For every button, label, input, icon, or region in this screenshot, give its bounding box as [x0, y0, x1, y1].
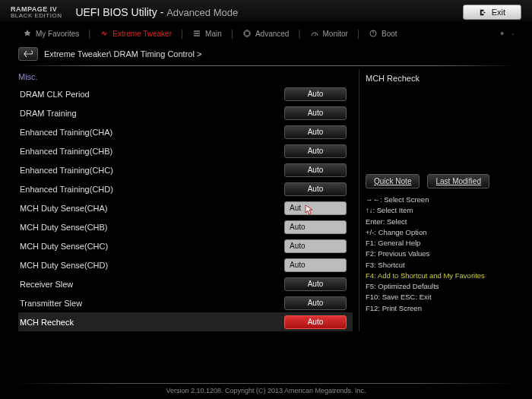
info-title: MCH Recheck — [366, 69, 520, 174]
settings-panel: Misc. DRAM CLK PeriodAutoDRAM TrainingAu… — [18, 69, 353, 331]
tweaker-icon — [100, 29, 109, 38]
setting-value[interactable]: Auto — [284, 182, 347, 196]
setting-value[interactable]: Auto — [284, 277, 347, 291]
setting-value[interactable]: Auto — [284, 239, 347, 253]
exit-icon — [479, 8, 487, 17]
app-title: UEFI BIOS Utility - Advanced Mode — [75, 6, 462, 18]
setting-value[interactable]: Auto — [284, 106, 347, 120]
svg-rect-0 — [245, 31, 249, 36]
setting-label: Receiver Slew — [18, 280, 284, 289]
setting-row[interactable]: Enhanced Training(CHB)Auto — [18, 141, 353, 160]
setting-row[interactable]: MCH Duty Sense(CHA)Aut — [18, 198, 353, 217]
setting-row[interactable]: Transmitter SlewAuto — [18, 293, 353, 312]
last-modified-button[interactable]: Last Modified — [427, 174, 489, 188]
setting-value[interactable]: Auto — [284, 87, 347, 101]
setting-row[interactable]: MCH Duty Sense(CHB)Auto — [18, 217, 353, 236]
setting-label: Enhanced Training(CHC) — [18, 166, 284, 175]
setting-row[interactable]: Enhanced Training(CHC)Auto — [18, 160, 353, 179]
setting-label: Transmitter Slew — [18, 299, 284, 308]
breadcrumb: Extreme Tweaker\ DRAM Timing Control > — [44, 49, 201, 59]
tab-extreme-tweaker[interactable]: Extreme Tweaker — [92, 26, 179, 41]
setting-label: DRAM Training — [18, 109, 284, 118]
setting-label: Enhanced Training(CHB) — [18, 147, 284, 156]
list-icon — [192, 29, 201, 38]
setting-label: MCH Duty Sense(CHB) — [18, 223, 284, 232]
tab-advanced[interactable]: Advanced — [235, 26, 296, 41]
setting-row[interactable]: MCH Duty Sense(CHD)Auto — [18, 255, 353, 274]
footer-text: Version 2.10.1208. Copyright (C) 2013 Am… — [0, 387, 532, 394]
setting-label: DRAM CLK Period — [18, 90, 284, 99]
tab-boot[interactable]: Boot — [361, 26, 405, 41]
back-arrow-icon — [24, 50, 33, 58]
tab-favorites[interactable]: My Favorites — [15, 26, 87, 41]
setting-value[interactable]: Auto — [284, 258, 347, 272]
exit-button[interactable]: Exit — [463, 5, 521, 20]
setting-row[interactable]: MCH Duty Sense(CHC)Auto — [18, 236, 353, 255]
setting-value[interactable]: Auto — [284, 163, 347, 177]
help-text: →←: Select Screen↑↓: Select ItemEnter: S… — [366, 195, 520, 314]
tab-main[interactable]: Main — [185, 26, 230, 41]
setting-row[interactable]: DRAM CLK PeriodAuto — [18, 84, 353, 103]
gauge-icon — [310, 29, 319, 38]
setting-value[interactable]: Auto — [284, 296, 347, 310]
setting-label: Enhanced Training(CHA) — [18, 128, 284, 137]
setting-label: MCH Duty Sense(CHA) — [18, 204, 284, 213]
chip-icon — [242, 29, 252, 38]
setting-row[interactable]: Enhanced Training(CHD)Auto — [18, 179, 353, 198]
setting-value[interactable]: Aut — [284, 201, 347, 215]
tab-monitor[interactable]: Monitor — [302, 26, 356, 41]
cursor-icon — [305, 204, 315, 217]
setting-row[interactable]: Enhanced Training(CHA)Auto — [18, 122, 353, 141]
quick-note-button[interactable]: Quick Note — [366, 174, 420, 188]
setting-row[interactable]: DRAM TrainingAuto — [18, 103, 353, 122]
setting-label: MCH Duty Sense(CHC) — [18, 242, 284, 251]
setting-row[interactable]: Receiver SlewAuto — [18, 274, 353, 293]
section-header: Misc. — [18, 69, 353, 84]
back-button[interactable] — [18, 47, 38, 61]
setting-value[interactable]: Auto — [284, 144, 347, 158]
info-panel: MCH Recheck Quick Note Last Modified →←:… — [359, 69, 520, 331]
setting-label: MCH Recheck — [18, 318, 284, 327]
setting-value[interactable]: Auto — [284, 315, 347, 329]
setting-label: Enhanced Training(CHD) — [18, 185, 284, 194]
setting-label: MCH Duty Sense(CHD) — [18, 261, 284, 270]
tab-bar: My Favorites| Extreme Tweaker| Main| Adv… — [0, 21, 532, 44]
power-icon — [369, 29, 378, 38]
setting-value[interactable]: Auto — [284, 125, 347, 139]
star-icon — [23, 29, 32, 38]
setting-value[interactable]: Auto — [284, 220, 347, 234]
brand-logo: RAMPAGE IVBLACK EDITION — [11, 6, 62, 19]
page-dots: • · — [500, 27, 517, 40]
setting-row[interactable]: MCH RecheckAuto — [18, 312, 353, 331]
